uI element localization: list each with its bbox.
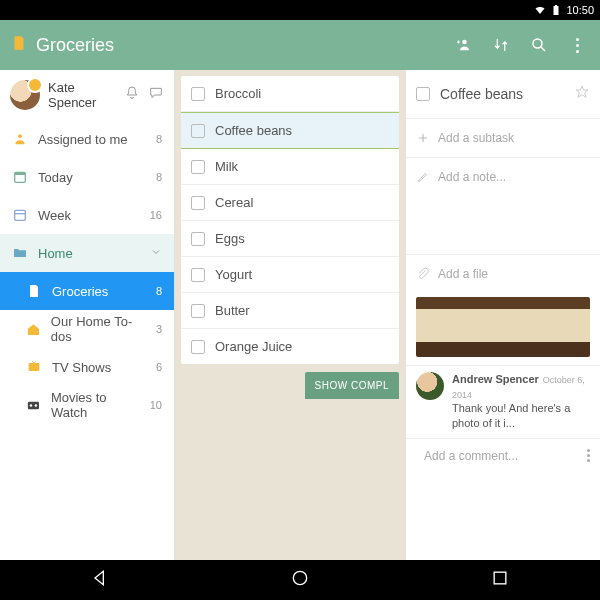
checkbox[interactable] <box>191 340 205 354</box>
clock: 10:50 <box>566 4 594 16</box>
sidebar-item-count: 6 <box>156 361 162 373</box>
task-row[interactable]: Yogurt <box>181 257 399 293</box>
sidebar-item-week[interactable]: Week 16 <box>0 196 174 234</box>
svg-rect-4 <box>15 172 26 175</box>
task-row[interactable]: Broccoli <box>181 76 399 112</box>
svg-point-1 <box>533 39 542 48</box>
person-icon <box>12 131 28 147</box>
sort-az-icon[interactable] <box>492 36 510 54</box>
movie-icon <box>26 397 41 413</box>
svg-point-8 <box>30 404 32 406</box>
task-row[interactable]: Orange Juice <box>181 329 399 364</box>
checkbox[interactable] <box>191 304 205 318</box>
add-person-icon[interactable] <box>454 36 472 54</box>
task-row[interactable]: Cereal <box>181 185 399 221</box>
sidebar-item-ourhome[interactable]: Our Home To-dos 3 <box>0 310 174 348</box>
sidebar-item-label: Week <box>38 208 71 223</box>
checkbox[interactable] <box>416 87 430 101</box>
sidebar: Kate Spencer Assigned to me 8 Today 8 We… <box>0 70 175 560</box>
pencil-icon <box>416 170 430 184</box>
task-row[interactable]: Eggs <box>181 221 399 257</box>
conversations-icon[interactable] <box>148 85 164 105</box>
sidebar-item-today[interactable]: Today 8 <box>0 158 174 196</box>
task-title: Cereal <box>215 195 253 210</box>
show-completed-button[interactable]: SHOW COMPL <box>305 372 399 399</box>
task-list-panel: Broccoli Coffee beans Milk Cereal Eggs Y… <box>175 70 405 560</box>
task-title: Broccoli <box>215 86 261 101</box>
checkbox[interactable] <box>191 196 205 210</box>
comment-text: Thank you! And here's a photo of it i... <box>452 402 570 428</box>
task-title: Yogurt <box>215 267 252 282</box>
svg-rect-7 <box>28 401 39 408</box>
calendar-week-icon <box>12 207 28 223</box>
sidebar-item-movies[interactable]: Movies to Watch 10 <box>0 386 174 424</box>
sidebar-item-count: 3 <box>156 323 162 335</box>
sidebar-item-label: Groceries <box>52 284 108 299</box>
android-status-bar: 10:50 <box>0 0 600 20</box>
sidebar-item-label: Our Home To-dos <box>51 314 146 344</box>
svg-point-9 <box>35 404 37 406</box>
sidebar-item-count: 8 <box>156 285 162 297</box>
sidebar-item-assigned[interactable]: Assigned to me 8 <box>0 120 174 158</box>
add-comment-row[interactable]: Add a comment... <box>406 438 600 473</box>
app-bar: Groceries <box>0 20 600 70</box>
task-title: Coffee beans <box>215 123 292 138</box>
attachment-thumbnail[interactable] <box>416 297 590 357</box>
overflow-menu-icon[interactable] <box>587 449 590 462</box>
back-button[interactable] <box>90 568 110 592</box>
screen-title: Groceries <box>36 35 454 56</box>
checkbox[interactable] <box>191 124 205 138</box>
folder-icon <box>12 245 28 261</box>
recents-button[interactable] <box>490 568 510 592</box>
search-icon[interactable] <box>530 36 548 54</box>
add-note-row[interactable]: Add a note... <box>406 157 600 196</box>
plus-icon <box>416 131 430 145</box>
task-row[interactable]: Coffee beans <box>181 112 399 149</box>
svg-point-10 <box>293 571 306 584</box>
sidebar-item-tvshows[interactable]: TV Shows 6 <box>0 348 174 386</box>
chevron-down-icon <box>150 246 162 261</box>
overflow-menu-icon[interactable] <box>568 36 586 54</box>
detail-title: Coffee beans <box>440 86 564 102</box>
svg-point-0 <box>462 40 467 45</box>
battery-icon <box>550 4 562 16</box>
list-icon <box>26 283 42 299</box>
list-icon <box>10 34 28 56</box>
sidebar-item-count: 10 <box>150 399 162 411</box>
sidebar-item-count: 8 <box>156 133 162 145</box>
android-nav-bar <box>0 560 600 600</box>
user-row[interactable]: Kate Spencer <box>0 70 174 120</box>
user-name: Kate Spencer <box>48 80 116 110</box>
task-title: Butter <box>215 303 250 318</box>
bell-icon[interactable] <box>124 85 140 105</box>
task-row[interactable]: Butter <box>181 293 399 329</box>
sidebar-item-count: 16 <box>150 209 162 221</box>
sidebar-item-label: Assigned to me <box>38 132 128 147</box>
svg-rect-6 <box>29 363 40 371</box>
calendar-today-icon <box>12 169 28 185</box>
add-comment-label: Add a comment... <box>424 449 518 463</box>
svg-rect-11 <box>494 572 506 584</box>
add-note-label: Add a note... <box>438 170 506 184</box>
checkbox[interactable] <box>191 87 205 101</box>
wifi-icon <box>534 4 546 16</box>
avatar <box>10 80 40 110</box>
star-icon[interactable] <box>574 84 590 104</box>
checkbox[interactable] <box>191 232 205 246</box>
task-detail-panel: Coffee beans Add a subtask Add a note...… <box>405 70 600 560</box>
checkbox[interactable] <box>191 268 205 282</box>
tv-icon <box>26 359 42 375</box>
sidebar-item-groceries[interactable]: Groceries 8 <box>0 272 174 310</box>
sidebar-folder-home[interactable]: Home <box>0 234 174 272</box>
add-file-row[interactable]: Add a file <box>406 254 600 293</box>
task-row[interactable]: Milk <box>181 149 399 185</box>
comment-author: Andrew Spencer <box>452 373 539 385</box>
sidebar-item-label: Today <box>38 170 73 185</box>
sidebar-item-label: Movies to Watch <box>51 390 140 420</box>
task-title: Eggs <box>215 231 245 246</box>
home-button[interactable] <box>290 568 310 592</box>
add-subtask-label: Add a subtask <box>438 131 514 145</box>
checkbox[interactable] <box>191 160 205 174</box>
add-subtask-row[interactable]: Add a subtask <box>406 118 600 157</box>
attachment-icon <box>416 267 430 281</box>
